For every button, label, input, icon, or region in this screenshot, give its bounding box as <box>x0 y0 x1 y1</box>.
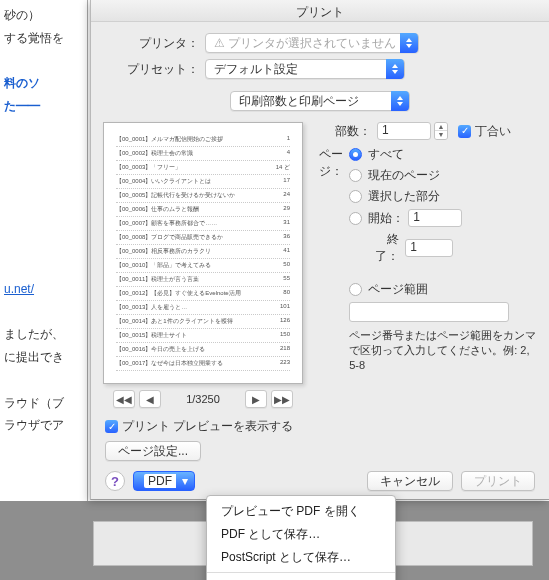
preview-line: 【00_0010】「部品」で考えてみる50 <box>116 259 290 273</box>
menu-open-preview[interactable]: プレビューで PDF を開く <box>207 500 395 523</box>
pdf-menu: プレビューで PDF を開く PDF として保存… PostScript として… <box>206 495 396 580</box>
preview-line: 【00_0005】記帳代行を受けるか受けないか24 <box>116 189 290 203</box>
page-indicator: 1/3250 <box>165 393 241 405</box>
pdf-dropdown-button[interactable]: PDF <box>133 471 195 491</box>
preview-line: 【00_0013】人を雇うと…101 <box>116 301 290 315</box>
print-button[interactable]: プリント <box>461 471 535 491</box>
preview-line: 【00_0003】「フリー」 14 ど <box>116 161 290 175</box>
page-to-input[interactable]: 1 <box>405 239 453 257</box>
page-range-input[interactable] <box>349 302 509 322</box>
preset-label: プリセット： <box>105 61 205 78</box>
printer-label: プリンタ： <box>105 35 205 52</box>
copies-label: 部数： <box>317 123 377 140</box>
preview-line: 【00_0007】顧客を事務所都合で……31 <box>116 217 290 231</box>
menu-save-postscript[interactable]: PostScript として保存… <box>207 546 395 569</box>
next-page-button[interactable]: ▶ <box>245 390 267 408</box>
dropdown-icon <box>400 33 418 53</box>
menu-separator <box>207 572 395 573</box>
printer-select[interactable]: ⚠︎ プリンタが選択されていません <box>205 33 419 53</box>
preview-line: 【00_0004】いいクライアントとは17 <box>116 175 290 189</box>
preview-line: 【00_0014】あと1件のクライアントを獲得126 <box>116 315 290 329</box>
collate-checkbox[interactable] <box>458 125 471 138</box>
last-page-button[interactable]: ▶▶ <box>271 390 293 408</box>
page-range-hint: ページ番号またはページ範囲をカンマで区切って入力してください。例: 2, 5-8 <box>349 328 537 373</box>
show-preview-checkbox[interactable] <box>105 420 118 433</box>
copies-stepper[interactable]: ▲▼ <box>434 122 448 140</box>
preview-line: 【00_0001】メルマガ配信開始のご挨拶1 <box>116 133 290 147</box>
dropdown-icon <box>391 91 409 111</box>
page-setup-button[interactable]: ページ設定... <box>105 441 201 461</box>
cancel-button[interactable]: キャンセル <box>367 471 453 491</box>
preview-line: 【00_0017】なぜ今は日本独立開業する223 <box>116 357 290 371</box>
chevron-down-icon <box>180 474 188 488</box>
preview-line: 【00_0012】【必見】すぐ使えるEvelnote活用80 <box>116 287 290 301</box>
pages-label: ページ： <box>317 146 349 180</box>
pages-all-radio[interactable] <box>349 148 362 161</box>
show-preview-label: プリント プレビューを表示する <box>122 418 293 435</box>
page-range-radio[interactable] <box>349 283 362 296</box>
print-preview: 【00_0001】メルマガ配信開始のご挨拶1【00_0002】税理士会の常識4【… <box>103 122 303 384</box>
dropdown-icon <box>386 59 404 79</box>
pages-from-radio[interactable] <box>349 212 362 225</box>
print-dialog: プリント プリンタ： ⚠︎ プリンタが選択されていません プリセット： デフォル… <box>90 0 549 500</box>
preview-line: 【00_0015】税理士サイト150 <box>116 329 290 343</box>
prev-page-button[interactable]: ◀ <box>139 390 161 408</box>
pages-selection-radio[interactable] <box>349 190 362 203</box>
help-button[interactable]: ? <box>105 471 125 491</box>
first-page-button[interactable]: ◀◀ <box>113 390 135 408</box>
menu-add-ibooks[interactable]: PDF を iBooks に追加 <box>207 576 395 580</box>
preview-line: 【00_0011】税理士が言う言葉55 <box>116 273 290 287</box>
section-select[interactable]: 印刷部数と印刷ページ <box>230 91 410 111</box>
collate-label: 丁合い <box>475 123 511 140</box>
preset-select[interactable]: デフォルト設定 <box>205 59 405 79</box>
preview-line: 【00_0008】ブログで商品販売できるか36 <box>116 231 290 245</box>
preview-line: 【00_0002】税理士会の常識4 <box>116 147 290 161</box>
background-document: 砂の） する覚悟を 料のソ た━━ u.net/ ましたが、 に提出でき ラウド… <box>0 0 90 580</box>
divider <box>87 0 88 501</box>
menu-save-pdf[interactable]: PDF として保存… <box>207 523 395 546</box>
preview-line: 【00_0006】仕事のムラと報酬29 <box>116 203 290 217</box>
copies-input[interactable]: 1 <box>377 122 431 140</box>
page-from-input[interactable]: 1 <box>408 209 462 227</box>
dialog-title: プリント <box>91 0 549 22</box>
pages-current-radio[interactable] <box>349 169 362 182</box>
preview-line: 【00_0016】今日の売上を上げる218 <box>116 343 290 357</box>
preview-line: 【00_0009】相反事務所のカラクリ41 <box>116 245 290 259</box>
